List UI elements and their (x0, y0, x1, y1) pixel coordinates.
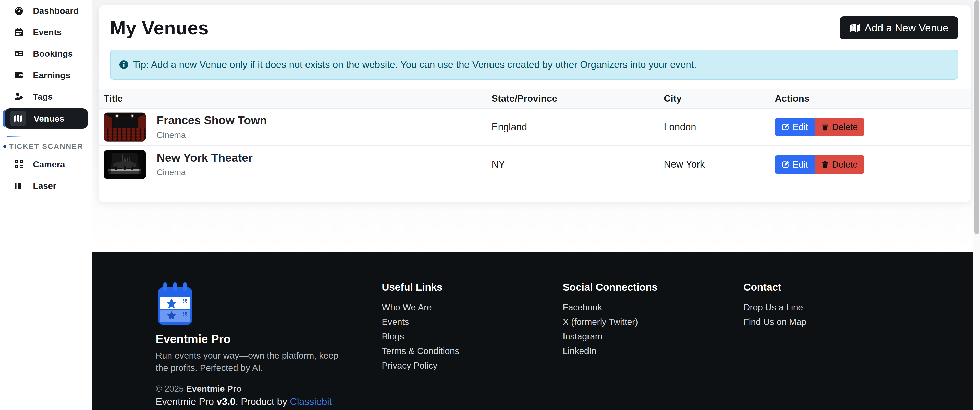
sidebar-item-camera[interactable]: Camera (0, 153, 92, 175)
sidebar-item-venues-wrap: Venues (5, 108, 88, 129)
copyright-brand: Eventmie Pro (186, 384, 242, 393)
trash-icon (821, 161, 829, 168)
money-check-icon (14, 49, 24, 59)
venue-state: England (492, 108, 664, 145)
bullet-dot-icon (3, 145, 6, 148)
footer-link-events[interactable]: Events (382, 317, 545, 327)
footer-link-instagram[interactable]: Instagram (563, 331, 726, 341)
sidebar-item-label: Dashboard (33, 6, 79, 16)
gauge-icon (14, 6, 24, 16)
tip-text: Tip: Add a new Venue only if it does not… (133, 59, 697, 70)
footer-column-heading: Useful Links (382, 281, 545, 293)
card-header: My Venues Add a New Venue (99, 5, 971, 39)
footer-contact-column: Contact Drop Us a Line Find Us on Map (743, 281, 907, 331)
add-venue-button[interactable]: Add a New Venue (840, 16, 958, 39)
footer-link-facebook[interactable]: Facebook (563, 302, 726, 313)
footer-tagline: Run events your way—own the platform, ke… (156, 349, 350, 374)
sidebar-item-laser[interactable]: Laser (0, 175, 92, 196)
eventmie-logo (156, 281, 194, 325)
footer-link-find-us-on-map[interactable]: Find Us on Map (743, 317, 907, 327)
footer-link-who-we-are[interactable]: Who We Are (382, 302, 545, 313)
column-header-actions: Actions (775, 89, 971, 108)
sidebar-item-label: Tags (33, 92, 53, 102)
add-venue-button-label: Add a New Venue (865, 22, 948, 34)
venue-city: London (664, 108, 775, 145)
footer-useful-links-column: Useful Links Who We Are Events Blogs Ter… (382, 281, 545, 375)
product-by-text: . Product by (235, 396, 290, 407)
map-icon (10, 111, 26, 126)
sidebar-item-venues[interactable]: Venues (5, 108, 88, 129)
venue-state: NY (492, 145, 664, 183)
footer-link-terms[interactable]: Terms & Conditions (382, 346, 545, 356)
sidebar-item-bookings[interactable]: Bookings (0, 43, 92, 64)
sidebar-item-dashboard[interactable]: Dashboard (0, 0, 92, 21)
edit-button-label: Edit (793, 160, 808, 170)
info-icon (119, 59, 129, 70)
qrcode-icon (14, 160, 24, 169)
calendar-icon (14, 27, 24, 37)
wallet-icon (14, 70, 24, 80)
scanner-group: Camera Laser (0, 153, 92, 196)
scrollbar-thumb[interactable] (974, 0, 980, 234)
pen-edit-icon (781, 160, 790, 169)
app-root: Dashboard Events Bookings Earnings (0, 0, 980, 410)
footer-link-linkedin[interactable]: LinkedIn (563, 346, 726, 356)
column-header-state: State/Province (492, 89, 664, 108)
sidebar-item-earnings[interactable]: Earnings (0, 64, 92, 86)
delete-button[interactable]: Delete (815, 155, 864, 174)
sidebar-item-tags[interactable]: Tags (0, 86, 92, 107)
sidebar-item-events[interactable]: Events (0, 21, 92, 43)
venue-thumbnail-theater (103, 150, 146, 179)
venue-title: New York Theater (157, 152, 253, 164)
delete-button[interactable]: Delete (815, 118, 864, 136)
table-row: Frances Show Town Cinema England London (99, 108, 971, 145)
page-title: My Venues (110, 17, 209, 39)
trash-icon (821, 123, 829, 131)
main-content: My Venues Add a New Venue Tip: Add a new… (92, 0, 973, 252)
edit-button-label: Edit (793, 122, 808, 132)
footer-product-line: Eventmie Pro v3.0. Product by Classiebit (156, 396, 365, 407)
footer-copyright: © 2025 Eventmie Pro (156, 384, 365, 394)
product-version: v3.0 (217, 396, 235, 407)
venue-city: New York (664, 145, 775, 183)
footer-brand-name: Eventmie Pro (156, 332, 365, 346)
sidebar-item-label: Venues (34, 114, 64, 124)
footer-link-x-twitter[interactable]: X (formerly Twitter) (563, 317, 726, 327)
delete-button-label: Delete (832, 122, 858, 132)
barcode-icon (14, 181, 24, 191)
footer-social-column: Social Connections Facebook X (formerly … (563, 281, 726, 361)
footer-column-heading: Contact (743, 281, 907, 293)
user-tag-icon (14, 92, 24, 101)
footer-link-privacy[interactable]: Privacy Policy (382, 361, 545, 371)
scrollbar-track[interactable] (973, 0, 980, 410)
sidebar-item-label: Events (33, 27, 62, 37)
sidebar-item-label: Camera (33, 160, 65, 169)
classiebit-link[interactable]: Classiebit (290, 396, 332, 407)
sidebar-nav: Dashboard Events Bookings Earnings (0, 0, 92, 196)
footer-column-heading: Social Connections (563, 281, 726, 293)
sidebar-item-label: Laser (33, 181, 56, 191)
sidebar-section-label: TICKET SCANNER (9, 142, 83, 151)
venue-category: Cinema (157, 168, 253, 177)
footer: Eventmie Pro Run events your way—own the… (92, 252, 973, 410)
venues-card: My Venues Add a New Venue Tip: Add a new… (99, 5, 971, 202)
copyright-year: © 2025 (156, 384, 186, 393)
edit-button[interactable]: Edit (775, 118, 815, 136)
venue-title: Frances Show Town (157, 114, 267, 127)
table-row: New York Theater Cinema NY New York (99, 145, 971, 183)
venue-thumbnail-cinema (103, 112, 146, 142)
venue-category: Cinema (157, 130, 267, 140)
product-name: Eventmie Pro (156, 396, 217, 407)
table-header-row: Title State/Province City Actions (99, 89, 971, 108)
map-location-icon (850, 22, 860, 33)
footer-link-drop-us-a-line[interactable]: Drop Us a Line (743, 302, 907, 313)
venues-table: Title State/Province City Actions (99, 89, 971, 183)
footer-link-blogs[interactable]: Blogs (382, 331, 545, 341)
sidebar-item-label: Earnings (33, 70, 70, 80)
column-header-title: Title (99, 89, 492, 108)
sidebar-item-label: Bookings (33, 49, 73, 59)
tip-alert: Tip: Add a new Venue only if it does not… (110, 49, 958, 80)
edit-button[interactable]: Edit (775, 155, 815, 174)
delete-button-label: Delete (832, 160, 858, 170)
column-header-city: City (664, 89, 775, 108)
